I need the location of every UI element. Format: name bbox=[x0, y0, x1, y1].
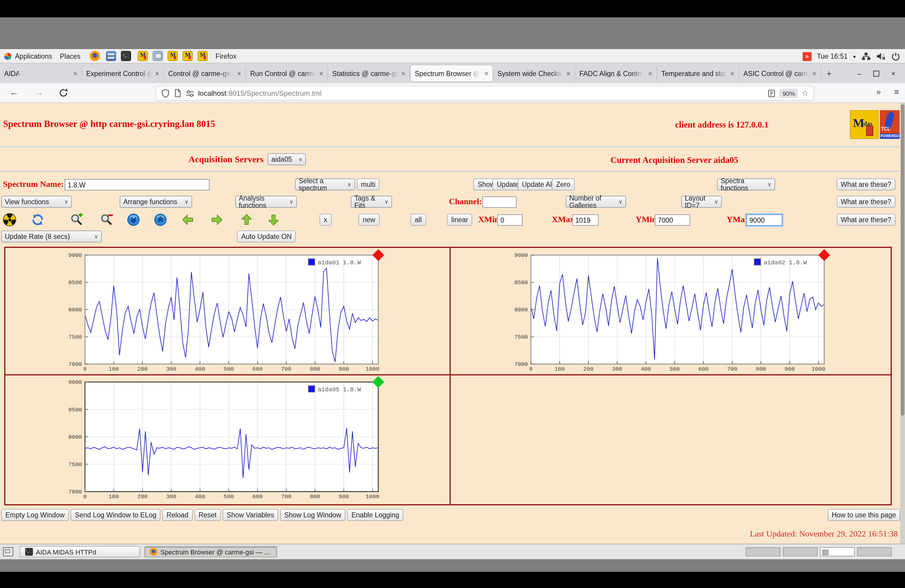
spectra-functions-select[interactable]: Spectra functions∨ bbox=[717, 178, 775, 191]
tab-close-icon[interactable]: × bbox=[564, 69, 570, 78]
url-bar[interactable]: localhost:8015/Spectrum/Spectrum.tml 90%… bbox=[156, 86, 814, 100]
close-window-button[interactable]: × bbox=[891, 69, 895, 78]
clock[interactable]: Tue 16:51 bbox=[817, 53, 848, 60]
scrollbar-thumb[interactable] bbox=[901, 104, 904, 416]
arrow-right-icon[interactable] bbox=[210, 213, 223, 226]
what-are-these-button[interactable]: What are these? bbox=[837, 214, 895, 226]
screenshot-launcher-icon[interactable] bbox=[152, 51, 163, 61]
places-menu[interactable]: Places bbox=[60, 49, 81, 64]
multi-button[interactable]: multi bbox=[357, 178, 380, 191]
empty-log-window-button[interactable]: Empty Log Window bbox=[1, 509, 69, 521]
maximize-button[interactable] bbox=[873, 70, 879, 76]
midas-launcher-icon[interactable] bbox=[168, 51, 178, 61]
active-app-label[interactable]: Firefox bbox=[216, 49, 237, 64]
workspace-4[interactable] bbox=[857, 547, 892, 556]
power-icon[interactable] bbox=[891, 52, 900, 61]
overflow-menu-icon[interactable]: » bbox=[876, 87, 881, 96]
arrow-down-icon[interactable] bbox=[267, 213, 280, 226]
url-text[interactable]: localhost:8015/Spectrum/Spectrum.tml bbox=[198, 89, 764, 97]
x-button[interactable]: x bbox=[320, 214, 332, 226]
show-variables-button[interactable]: Show Variables bbox=[223, 509, 278, 521]
page-scrollbar[interactable] bbox=[900, 103, 905, 544]
tab-close-icon[interactable]: × bbox=[399, 69, 405, 78]
workspace-1[interactable] bbox=[746, 547, 781, 556]
tab-system-wide-checks[interactable]: System wide Checks (× bbox=[493, 66, 575, 81]
shield-icon[interactable] bbox=[161, 88, 170, 98]
tab-spectrum-browser[interactable]: Spectrum Browser @× bbox=[411, 65, 492, 81]
notification-icon[interactable]: » bbox=[803, 52, 811, 61]
spectrum-name-input[interactable] bbox=[65, 179, 210, 191]
zoom-out-icon[interactable] bbox=[100, 213, 113, 226]
xmax-input[interactable] bbox=[572, 215, 599, 226]
tab-fadc-align[interactable]: FADC Align & Contro× bbox=[575, 66, 657, 81]
terminal-launcher-icon[interactable] bbox=[121, 51, 131, 61]
applications-menu[interactable]: Applications bbox=[15, 49, 52, 64]
tab-close-icon[interactable]: × bbox=[152, 69, 159, 78]
tab-control[interactable]: Control @ carme-gsi× bbox=[164, 66, 246, 81]
arrow-left-icon[interactable] bbox=[181, 213, 195, 226]
what-are-these-button[interactable]: What are these? bbox=[837, 196, 895, 208]
tab-close-icon[interactable]: × bbox=[482, 69, 488, 78]
chart-aida05[interactable]: 7000750080008500900001002003004005006007… bbox=[4, 374, 449, 505]
analysis-functions-select[interactable]: Analysis functions∨ bbox=[235, 196, 297, 208]
tab-aida[interactable]: AIDA× bbox=[0, 66, 82, 81]
tab-statistics[interactable]: Statistics @ carme-gs× bbox=[328, 66, 410, 81]
zero-button[interactable]: Zero bbox=[552, 178, 574, 191]
files-launcher-icon[interactable] bbox=[106, 51, 116, 61]
view-functions-select[interactable]: View functions∨ bbox=[1, 196, 72, 208]
reload-button[interactable]: Reload bbox=[162, 509, 193, 521]
workspace-2[interactable] bbox=[783, 547, 818, 556]
new-tab-button[interactable]: + bbox=[821, 64, 837, 83]
tab-close-icon[interactable]: × bbox=[810, 69, 816, 78]
tab-close-icon[interactable]: × bbox=[646, 69, 653, 78]
auto-update-button[interactable]: Auto Update ON bbox=[237, 230, 296, 243]
show-desktop-icon[interactable] bbox=[3, 547, 13, 556]
channel-input[interactable] bbox=[483, 196, 516, 208]
all-button[interactable]: all bbox=[411, 214, 426, 226]
select-a-spectrum-select[interactable]: Select a spectrum∨ bbox=[295, 178, 355, 191]
xmin-input[interactable] bbox=[497, 215, 522, 226]
scroll-up-icon[interactable] bbox=[154, 213, 167, 226]
enable-logging-button[interactable]: Enable Logging bbox=[347, 509, 403, 521]
tab-asic-control[interactable]: ASIC Control @ carme× bbox=[739, 66, 821, 81]
arrange-functions-select[interactable]: Arrange functions∨ bbox=[120, 196, 192, 208]
tab-close-icon[interactable]: × bbox=[235, 69, 241, 78]
back-button[interactable]: ← bbox=[10, 87, 19, 97]
hamburger-menu-icon[interactable]: ≡ bbox=[894, 87, 899, 96]
show-log-window-button[interactable]: Show Log Window bbox=[280, 509, 346, 521]
tab-close-icon[interactable]: × bbox=[71, 69, 77, 78]
arrow-up-icon[interactable] bbox=[240, 213, 253, 226]
update-all-button[interactable]: Update All bbox=[518, 178, 557, 191]
midas-launcher-icon[interactable] bbox=[183, 51, 193, 61]
taskbar-item-httpd[interactable]: AIDA MIDAS HTTPd bbox=[20, 546, 140, 558]
layout-id-select[interactable]: Layout ID=7∨ bbox=[681, 196, 722, 208]
reset-button[interactable]: Reset bbox=[194, 509, 221, 521]
tab-experiment-control[interactable]: Experiment Control @× bbox=[82, 66, 164, 81]
midas-launcher-icon[interactable] bbox=[197, 51, 208, 61]
how-to-use-button[interactable]: How to use this page bbox=[827, 509, 900, 521]
number-of-galleries-select[interactable]: Number of Galleries∨ bbox=[566, 196, 626, 208]
chart-aida01[interactable]: 7000750080008500900001002003004005006007… bbox=[4, 247, 449, 374]
bookmark-star-icon[interactable]: ☆ bbox=[802, 89, 809, 98]
scroll-down-icon[interactable] bbox=[127, 213, 140, 226]
update-rate-select[interactable]: Update Rate (8 secs)∨ bbox=[1, 230, 102, 243]
minimize-button[interactable]: – bbox=[857, 69, 861, 78]
tab-close-icon[interactable]: × bbox=[317, 69, 323, 78]
page-info-icon[interactable] bbox=[173, 89, 182, 98]
ymin-input[interactable] bbox=[655, 215, 690, 226]
ymax-input[interactable] bbox=[746, 215, 782, 226]
new-button[interactable]: new bbox=[359, 214, 379, 226]
tab-close-icon[interactable]: × bbox=[728, 69, 734, 78]
tab-run-control[interactable]: Run Control @ carme× bbox=[246, 66, 328, 81]
reload-button[interactable] bbox=[59, 88, 68, 98]
reader-mode-icon[interactable] bbox=[768, 89, 776, 97]
tab-temperature[interactable]: Temperature and stat× bbox=[657, 66, 739, 81]
volume-muted-icon[interactable] bbox=[876, 52, 886, 60]
network-icon[interactable] bbox=[861, 52, 871, 60]
tags-fits-select[interactable]: Tags & Fits∨ bbox=[351, 196, 392, 208]
what-are-these-button[interactable]: What are these? bbox=[837, 178, 895, 191]
zoom-level-badge[interactable]: 90% bbox=[780, 88, 798, 98]
permissions-icon[interactable] bbox=[186, 89, 195, 97]
chart-aida02[interactable]: 7000750080008500900001002003004005006007… bbox=[449, 247, 892, 374]
send-log-window-button[interactable]: Send Log Window to ELog bbox=[71, 509, 160, 521]
